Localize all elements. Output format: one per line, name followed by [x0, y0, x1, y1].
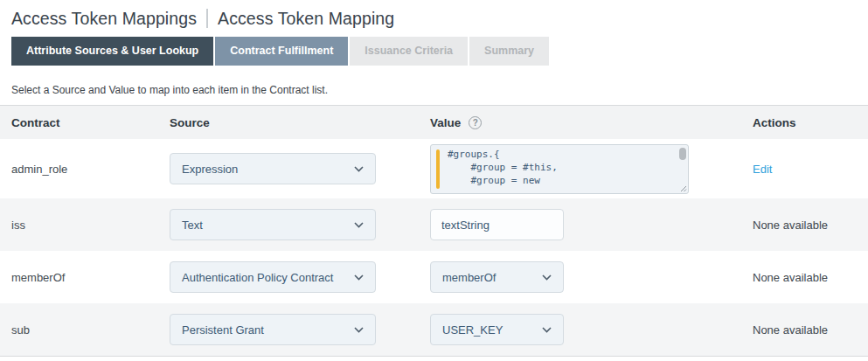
tab-bar: Attribute Sources & User Lookup Contract…: [11, 37, 857, 66]
page-title: Access Token Mappings Access Token Mappi…: [0, 5, 868, 31]
no-actions-text: None available: [753, 323, 828, 337]
tab-contract-fulfillment[interactable]: Contract Fulfillment: [215, 37, 348, 66]
chevron-down-icon: [354, 166, 364, 172]
no-actions-text: None available: [753, 271, 828, 284]
table-row: sub Persistent Grant USER_KEY None avail…: [0, 303, 868, 356]
chevron-down-icon: [542, 327, 552, 333]
tab-summary: Summary: [469, 37, 549, 66]
column-header-actions: Actions: [753, 116, 868, 129]
title-separator: [206, 9, 208, 28]
contract-attribute-label: sub: [11, 323, 30, 337]
table-row: admin_role Expression #groups.{ #group =…: [0, 139, 868, 198]
edit-link[interactable]: Edit: [753, 163, 772, 176]
instruction-text: Select a Source and Value to map into ea…: [11, 84, 857, 96]
chevron-down-icon: [354, 274, 364, 281]
value-select-value: USER_KEY: [442, 323, 503, 337]
resize-handle-icon[interactable]: [679, 184, 687, 192]
contract-attribute-label: iss: [11, 219, 25, 232]
source-select[interactable]: Text: [170, 209, 376, 240]
access-token-mapping-page: Access Token Mappings Access Token Mappi…: [0, 0, 868, 357]
contract-attribute-label: admin_role: [11, 163, 67, 176]
tab-issuance-criteria: Issuance Criteria: [350, 37, 468, 66]
value-text-input[interactable]: [430, 209, 564, 240]
page-subtitle: Access Token Mapping: [218, 9, 394, 29]
column-header-source: Source: [170, 116, 430, 129]
source-select-value: Text: [182, 219, 203, 232]
source-select-value: Authentication Policy Contract: [182, 271, 333, 284]
value-select-value: memberOf: [442, 271, 496, 284]
breadcrumb-parent-title: Access Token Mappings: [11, 9, 197, 29]
value-select[interactable]: USER_KEY: [430, 314, 564, 345]
table-header-row: Contract Source Value ? Actions: [0, 106, 868, 139]
contract-attribute-label: memberOf: [11, 271, 65, 284]
value-select[interactable]: memberOf: [430, 261, 564, 293]
no-actions-text: None available: [753, 219, 828, 232]
expression-code-text: #groups.{ #group = #this, #group = new: [431, 145, 688, 187]
source-select[interactable]: Expression: [170, 153, 376, 184]
chevron-down-icon: [354, 327, 364, 333]
help-icon[interactable]: ?: [469, 116, 482, 129]
column-header-value: Value ?: [430, 116, 753, 129]
tab-attribute-sources-user-lookup[interactable]: Attribute Sources & User Lookup: [11, 37, 213, 66]
source-select[interactable]: Persistent Grant: [170, 314, 376, 345]
value-header-label: Value: [430, 116, 461, 129]
scrollbar-thumb[interactable]: [679, 148, 686, 160]
expression-accent-bar: [436, 149, 440, 189]
table-row: memberOf Authentication Policy Contract …: [0, 251, 868, 303]
column-header-contract: Contract: [0, 116, 170, 129]
expression-value-editor[interactable]: #groups.{ #group = #this, #group = new: [430, 144, 689, 194]
source-select-value: Persistent Grant: [182, 323, 264, 337]
table-body: admin_role Expression #groups.{ #group =…: [0, 139, 868, 356]
contract-fulfillment-table: Contract Source Value ? Actions admin_ro…: [0, 105, 868, 357]
chevron-down-icon: [542, 274, 552, 281]
source-select[interactable]: Authentication Policy Contract: [170, 261, 376, 293]
chevron-down-icon: [354, 222, 364, 228]
table-row: iss Text None available: [0, 198, 868, 251]
source-select-value: Expression: [182, 163, 238, 176]
